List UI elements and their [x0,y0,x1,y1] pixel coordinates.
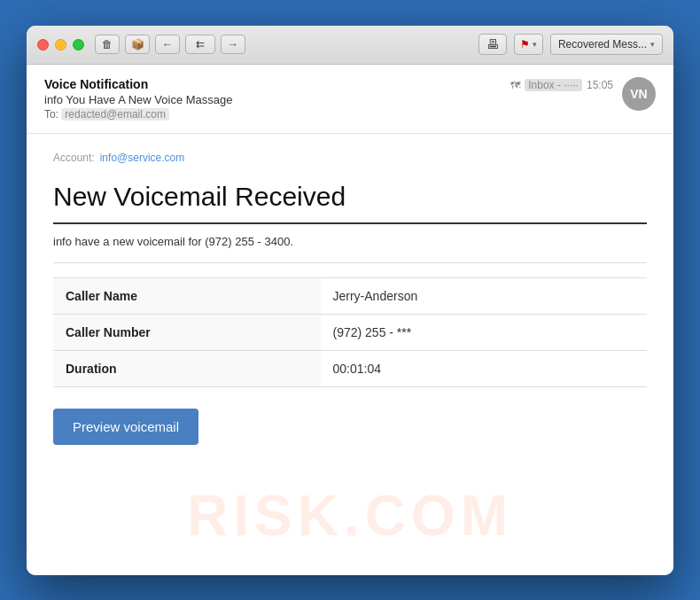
watermark: RISK.COM [187,483,513,549]
archive-icon: 📦 [131,38,144,51]
reply-button[interactable]: ← [155,35,180,54]
voicemail-table: Caller NameJerry-AndersonCaller Number(9… [53,277,647,387]
email-inbox-time: 🗺 Inbox - ····· 15:05 [510,79,613,91]
forward-button[interactable]: → [221,35,245,54]
recovered-chevron-icon: ▾ [650,40,655,49]
table-cell-label: Caller Number [53,314,321,350]
avatar: VN [622,77,656,111]
email-header: Voice Notification info You Have A New V… [27,65,673,134]
table-cell-value: Jerry-Anderson [321,277,648,314]
email-time: 15:05 [587,79,613,91]
inbox-label: Inbox - ····· [525,79,582,91]
minimize-button[interactable] [55,39,66,51]
preview-voicemail-button[interactable]: Preview voicemail [53,409,198,445]
reply-all-icon: ⇇ [196,38,205,51]
table-row: Duration00:01:04 [53,350,647,386]
flag-button[interactable]: ⚑ ▾ [514,34,543,55]
account-label: Account: [53,152,95,164]
email-meta: Voice Notification info You Have A New V… [44,77,493,121]
forward-icon: → [228,38,238,51]
toolbar-actions: 🗑 📦 ← ⇇ → [95,35,245,54]
recovered-button[interactable]: Recovered Mess... ▾ [550,34,663,55]
delete-button[interactable]: 🗑 [95,35,120,54]
toolbar-right: 🖶 ⚑ ▾ Recovered Mess... ▾ [478,34,663,55]
email-subject: info You Have A New Voice Massage [44,93,493,106]
email-intro: info have a new voicemail for (972) 255 … [53,235,647,263]
email-title: New Voicemail Received [53,182,647,224]
email-right: 🗺 Inbox - ····· 15:05 VN [510,77,656,111]
account-email: info@service.com [100,152,185,164]
titlebar: 🗑 📦 ← ⇇ → 🖶 ⚑ ▾ Re [27,26,673,65]
table-cell-label: Caller Name [53,277,321,314]
reply-all-button[interactable]: ⇇ [185,35,215,54]
maximize-button[interactable] [73,39,84,51]
mail-window: 🗑 📦 ← ⇇ → 🖶 ⚑ ▾ Re [27,26,673,575]
flag-icon: ⚑ [520,38,530,51]
table-cell-value: (972) 255 - *** [321,314,648,350]
email-body: Account: info@service.com New Voicemail … [27,134,673,575]
table-row: Caller NameJerry-Anderson [53,277,647,314]
print-button[interactable]: 🖶 [478,34,507,55]
to-label: To: [44,108,58,121]
recovered-label: Recovered Mess... [558,38,647,51]
reply-icon: ← [162,38,173,51]
table-cell-label: Duration [53,350,321,386]
archive-button[interactable]: 📦 [125,35,150,54]
email-to: To: redacted@email.com [44,108,493,121]
delete-icon: 🗑 [102,38,113,51]
table-cell-value: 00:01:04 [321,350,648,386]
to-address: redacted@email.com [61,108,169,121]
table-row: Caller Number(972) 255 - *** [53,314,647,350]
print-icon: 🖶 [486,37,499,51]
account-line: Account: info@service.com [53,152,647,164]
close-button[interactable] [37,39,49,51]
traffic-lights [37,39,84,51]
inbox-icon: 🗺 [510,80,520,90]
email-from: Voice Notification [44,77,493,91]
flag-chevron-icon: ▾ [533,40,537,49]
